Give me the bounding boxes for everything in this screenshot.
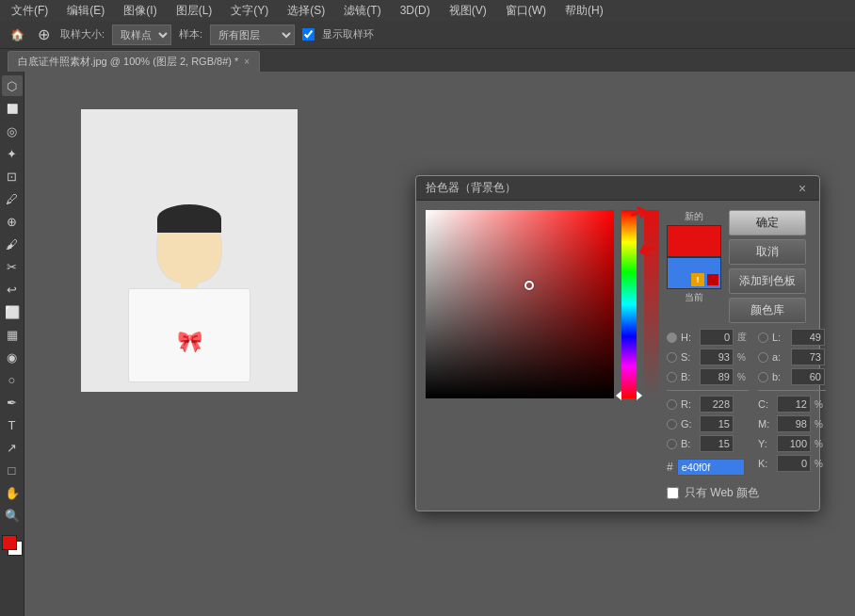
green-radio[interactable] xyxy=(667,419,677,430)
blur-tool[interactable]: ◉ xyxy=(2,347,23,367)
clone-tool[interactable]: ✂ xyxy=(2,256,23,277)
gamut-warning-icon[interactable]: ! xyxy=(691,273,704,286)
yellow-input[interactable] xyxy=(777,435,811,452)
current-color-box[interactable]: ! xyxy=(667,257,721,289)
zoom-tool[interactable]: 🔍 xyxy=(2,505,23,526)
lab-a-input[interactable] xyxy=(791,349,825,365)
brightness-input-row: B: % xyxy=(667,368,749,385)
dialog-close-button[interactable]: × xyxy=(795,181,810,196)
blue-input-row: B: xyxy=(667,435,749,452)
saturation-unit: % xyxy=(737,352,749,363)
lab-b-input[interactable] xyxy=(791,368,825,385)
toolbox: ⬡ ⬜ ◎ ✦ ⊡ 🖊 ⊕ 🖌 ✂ ↩ ⬜ ▦ ◉ ○ ✒ T ↗ □ ✋ 🔍 xyxy=(0,72,24,616)
tab-close-button[interactable]: × xyxy=(244,57,250,67)
brush-tool[interactable]: 🖌 xyxy=(2,234,23,254)
hue-radio[interactable] xyxy=(667,332,677,343)
canvas-area: 🎀 拾色器（背景色） × xyxy=(24,72,855,616)
brightness-input[interactable] xyxy=(700,368,734,385)
red-radio[interactable] xyxy=(667,399,677,410)
color-field[interactable] xyxy=(426,210,614,398)
dodge-tool[interactable]: ○ xyxy=(2,369,23,390)
color-preview-section: 新的 ! 当前 xyxy=(667,210,721,323)
select-tool[interactable]: ⬜ xyxy=(2,98,23,119)
magenta-input[interactable] xyxy=(777,415,811,432)
web-only-label: 只有 Web 颜色 xyxy=(685,485,759,501)
menu-edit[interactable]: 编辑(E) xyxy=(63,1,108,21)
lasso-tool[interactable]: ◎ xyxy=(2,121,23,141)
saturation-input-row: S: % xyxy=(667,349,749,365)
web-only-checkbox[interactable] xyxy=(667,487,679,499)
cancel-button[interactable]: 取消 xyxy=(729,239,806,265)
hue-arrow-right xyxy=(637,391,642,400)
text-tool[interactable]: T xyxy=(2,414,23,435)
cyan-input-row: C: % xyxy=(758,396,826,413)
eraser-tool[interactable]: ⬜ xyxy=(2,301,23,322)
red-input[interactable] xyxy=(700,396,734,413)
brightness-radio[interactable] xyxy=(667,372,677,382)
menu-text[interactable]: 文字(Y) xyxy=(227,1,272,21)
left-inputs: H: 度 S: % xyxy=(667,329,749,476)
saturation-radio[interactable] xyxy=(667,352,677,363)
home-icon[interactable]: 🏠 xyxy=(8,25,26,44)
ok-button[interactable]: 确定 xyxy=(729,210,806,235)
crop-tool[interactable]: ⊡ xyxy=(2,166,23,186)
menu-select[interactable]: 选择(S) xyxy=(283,1,329,21)
menu-filter[interactable]: 滤镜(T) xyxy=(340,1,384,21)
lab-a-radio[interactable] xyxy=(758,352,768,363)
lightness-input[interactable] xyxy=(791,329,825,346)
heal-tool[interactable]: ⊕ xyxy=(2,211,23,232)
menu-window[interactable]: 窗口(W) xyxy=(502,1,550,21)
menu-view[interactable]: 视图(V) xyxy=(445,1,491,21)
yellow-unit: % xyxy=(815,439,826,449)
hue-input[interactable] xyxy=(700,329,734,346)
hex-input[interactable] xyxy=(677,459,745,476)
magic-wand-tool[interactable]: ✦ xyxy=(2,143,23,164)
gradient-tool[interactable]: ▦ xyxy=(2,324,23,345)
green-input[interactable] xyxy=(700,415,734,432)
blue-radio[interactable] xyxy=(667,439,677,449)
black-unit: % xyxy=(815,459,826,469)
pen-tool[interactable]: ✒ xyxy=(2,392,23,413)
hue-slider[interactable] xyxy=(621,210,637,398)
lightness-input-row: L: xyxy=(758,329,826,346)
red-label: R: xyxy=(681,398,696,410)
color-field-wrapper[interactable] xyxy=(426,210,614,398)
dialog-buttons: 确定 取消 添加到色板 颜色库 xyxy=(729,210,806,323)
menu-image[interactable]: 图像(I) xyxy=(120,1,160,21)
menu-file[interactable]: 文件(F) xyxy=(8,1,52,21)
eyedropper-tool[interactable]: 🖊 xyxy=(2,188,23,209)
add-to-swatches-button[interactable]: 添加到色板 xyxy=(729,268,806,294)
blue-input[interactable] xyxy=(700,435,734,452)
foreground-color-swatch[interactable] xyxy=(2,535,17,550)
color-picker-dialog: 拾色器（背景色） × xyxy=(415,175,820,511)
lab-b-radio[interactable] xyxy=(758,372,768,382)
green-label: G: xyxy=(681,418,696,430)
menu-help[interactable]: 帮助(H) xyxy=(561,1,607,21)
cyan-unit: % xyxy=(815,399,826,410)
gamut-swatch[interactable] xyxy=(707,274,718,285)
magenta-label: M: xyxy=(758,418,773,430)
size-select[interactable]: 取样点 xyxy=(112,24,171,45)
color-library-button[interactable]: 颜色库 xyxy=(729,298,806,323)
cyan-input[interactable] xyxy=(777,396,811,413)
new-color-box[interactable] xyxy=(667,225,721,257)
document-tab[interactable]: 白底证件照素材.jpg @ 100% (图层 2, RGB/8#) * × xyxy=(8,51,260,72)
show-ring-checkbox[interactable] xyxy=(302,28,315,41)
move-tool[interactable]: ⬡ xyxy=(2,75,23,96)
sample-select[interactable]: 所有图层 xyxy=(210,24,295,45)
hue-slider-wrapper[interactable] xyxy=(621,210,637,398)
shape-tool[interactable]: □ xyxy=(2,460,23,480)
black-input[interactable] xyxy=(777,455,811,472)
path-select-tool[interactable]: ↗ xyxy=(2,437,23,458)
saturation-input[interactable] xyxy=(700,349,734,365)
color-swatches[interactable] xyxy=(2,535,23,556)
hand-tool[interactable]: ✋ xyxy=(2,482,23,503)
menu-layer[interactable]: 图层(L) xyxy=(172,1,217,21)
history-brush-tool[interactable]: ↩ xyxy=(2,279,23,300)
menu-3d[interactable]: 3D(D) xyxy=(396,2,434,19)
lightness-radio[interactable] xyxy=(758,332,768,343)
tool-options-icon[interactable]: ⊕ xyxy=(34,25,53,44)
main-area: ⬡ ⬜ ◎ ✦ ⊡ 🖊 ⊕ 🖌 ✂ ↩ ⬜ ▦ ◉ ○ ✒ T ↗ □ ✋ 🔍 xyxy=(0,72,855,616)
magenta-input-row: M: % xyxy=(758,415,826,432)
hue-unit: 度 xyxy=(737,331,749,344)
